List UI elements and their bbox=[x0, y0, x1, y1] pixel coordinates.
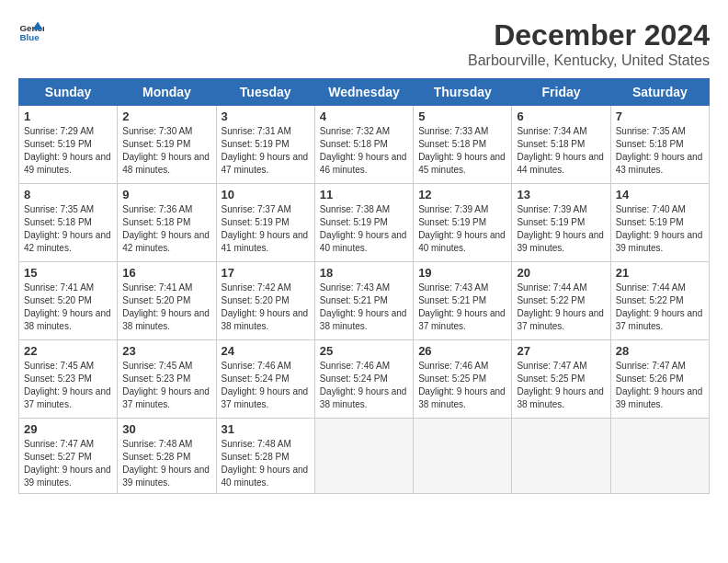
svg-text:Blue: Blue bbox=[19, 32, 40, 42]
day-info: Sunrise: 7:35 AMSunset: 5:18 PMDaylight:… bbox=[24, 203, 112, 255]
day-info: Sunrise: 7:37 AMSunset: 5:19 PMDaylight:… bbox=[222, 203, 310, 255]
calendar-week-row: 29Sunrise: 7:47 AMSunset: 5:27 PMDayligh… bbox=[19, 419, 710, 494]
calendar-week-row: 15Sunrise: 7:41 AMSunset: 5:20 PMDayligh… bbox=[19, 262, 710, 340]
day-number: 15 bbox=[24, 266, 112, 280]
calendar-day: 1Sunrise: 7:29 AMSunset: 5:19 PMDaylight… bbox=[19, 106, 118, 184]
calendar-day: 7Sunrise: 7:35 AMSunset: 5:18 PMDaylight… bbox=[610, 106, 709, 184]
day-info: Sunrise: 7:48 AMSunset: 5:28 PMDaylight:… bbox=[122, 438, 210, 489]
day-number: 27 bbox=[517, 344, 605, 358]
day-info: Sunrise: 7:45 AMSunset: 5:23 PMDaylight:… bbox=[24, 360, 112, 411]
calendar-day bbox=[512, 419, 610, 494]
calendar-day bbox=[414, 419, 512, 494]
day-info: Sunrise: 7:46 AMSunset: 5:24 PMDaylight:… bbox=[320, 360, 408, 411]
day-number: 30 bbox=[122, 422, 210, 436]
day-info: Sunrise: 7:29 AMSunset: 5:19 PMDaylight:… bbox=[24, 125, 112, 177]
day-info: Sunrise: 7:47 AMSunset: 5:27 PMDaylight:… bbox=[24, 438, 112, 489]
calendar-day bbox=[314, 419, 413, 494]
day-number: 20 bbox=[517, 266, 605, 280]
calendar-header-thursday: Thursday bbox=[414, 79, 512, 106]
day-info: Sunrise: 7:35 AMSunset: 5:18 PMDaylight:… bbox=[616, 125, 704, 177]
calendar-day: 23Sunrise: 7:45 AMSunset: 5:23 PMDayligh… bbox=[118, 340, 216, 419]
day-number: 2 bbox=[122, 109, 210, 123]
calendar-day: 3Sunrise: 7:31 AMSunset: 5:19 PMDaylight… bbox=[216, 106, 314, 184]
day-info: Sunrise: 7:43 AMSunset: 5:21 PMDaylight:… bbox=[418, 282, 506, 333]
calendar-day: 18Sunrise: 7:43 AMSunset: 5:21 PMDayligh… bbox=[314, 262, 413, 340]
calendar-day: 26Sunrise: 7:46 AMSunset: 5:25 PMDayligh… bbox=[414, 340, 512, 419]
day-number: 24 bbox=[222, 344, 310, 358]
day-info: Sunrise: 7:47 AMSunset: 5:26 PMDaylight:… bbox=[616, 360, 704, 411]
day-number: 28 bbox=[616, 344, 704, 358]
day-info: Sunrise: 7:44 AMSunset: 5:22 PMDaylight:… bbox=[517, 282, 605, 333]
calendar-day: 16Sunrise: 7:41 AMSunset: 5:20 PMDayligh… bbox=[118, 262, 216, 340]
day-info: Sunrise: 7:33 AMSunset: 5:18 PMDaylight:… bbox=[418, 125, 506, 177]
calendar-header-tuesday: Tuesday bbox=[216, 79, 314, 106]
calendar-day: 22Sunrise: 7:45 AMSunset: 5:23 PMDayligh… bbox=[19, 340, 118, 419]
day-info: Sunrise: 7:48 AMSunset: 5:28 PMDaylight:… bbox=[222, 438, 310, 489]
day-number: 18 bbox=[320, 266, 408, 280]
calendar-day bbox=[610, 419, 709, 494]
logo: General Blue bbox=[18, 18, 44, 44]
day-number: 26 bbox=[418, 344, 506, 358]
day-number: 22 bbox=[24, 344, 112, 358]
day-number: 21 bbox=[616, 266, 704, 280]
day-number: 5 bbox=[418, 109, 506, 123]
calendar-header-wednesday: Wednesday bbox=[314, 79, 413, 106]
title-area: December 2024 Barbourville, Kentucky, Un… bbox=[468, 18, 710, 69]
calendar-day: 25Sunrise: 7:46 AMSunset: 5:24 PMDayligh… bbox=[314, 340, 413, 419]
calendar-day: 11Sunrise: 7:38 AMSunset: 5:19 PMDayligh… bbox=[314, 184, 413, 262]
day-number: 23 bbox=[122, 344, 210, 358]
calendar-header-friday: Friday bbox=[512, 79, 610, 106]
calendar-day: 24Sunrise: 7:46 AMSunset: 5:24 PMDayligh… bbox=[216, 340, 314, 419]
calendar-day: 30Sunrise: 7:48 AMSunset: 5:28 PMDayligh… bbox=[118, 419, 216, 494]
day-number: 8 bbox=[24, 188, 112, 201]
day-number: 10 bbox=[222, 188, 310, 201]
calendar-day: 8Sunrise: 7:35 AMSunset: 5:18 PMDaylight… bbox=[19, 184, 118, 262]
calendar-header-monday: Monday bbox=[118, 79, 216, 106]
calendar-day: 28Sunrise: 7:47 AMSunset: 5:26 PMDayligh… bbox=[610, 340, 709, 419]
day-info: Sunrise: 7:34 AMSunset: 5:18 PMDaylight:… bbox=[517, 125, 605, 177]
day-info: Sunrise: 7:30 AMSunset: 5:19 PMDaylight:… bbox=[122, 125, 210, 177]
calendar-week-row: 1Sunrise: 7:29 AMSunset: 5:19 PMDaylight… bbox=[19, 106, 710, 184]
calendar-day: 10Sunrise: 7:37 AMSunset: 5:19 PMDayligh… bbox=[216, 184, 314, 262]
day-info: Sunrise: 7:42 AMSunset: 5:20 PMDaylight:… bbox=[222, 282, 310, 333]
day-number: 14 bbox=[616, 188, 704, 201]
day-number: 31 bbox=[222, 422, 310, 436]
calendar-day: 20Sunrise: 7:44 AMSunset: 5:22 PMDayligh… bbox=[512, 262, 610, 340]
day-number: 29 bbox=[24, 422, 112, 436]
day-info: Sunrise: 7:44 AMSunset: 5:22 PMDaylight:… bbox=[616, 282, 704, 333]
day-info: Sunrise: 7:39 AMSunset: 5:19 PMDaylight:… bbox=[517, 203, 605, 255]
calendar-day: 2Sunrise: 7:30 AMSunset: 5:19 PMDaylight… bbox=[118, 106, 216, 184]
main-title: December 2024 bbox=[468, 18, 710, 52]
calendar-header-sunday: Sunday bbox=[19, 79, 118, 106]
day-info: Sunrise: 7:38 AMSunset: 5:19 PMDaylight:… bbox=[320, 203, 408, 255]
day-number: 6 bbox=[517, 109, 605, 123]
day-info: Sunrise: 7:36 AMSunset: 5:18 PMDaylight:… bbox=[122, 203, 210, 255]
day-info: Sunrise: 7:46 AMSunset: 5:24 PMDaylight:… bbox=[222, 360, 310, 411]
day-info: Sunrise: 7:46 AMSunset: 5:25 PMDaylight:… bbox=[418, 360, 506, 411]
day-info: Sunrise: 7:47 AMSunset: 5:25 PMDaylight:… bbox=[517, 360, 605, 411]
day-number: 16 bbox=[122, 266, 210, 280]
calendar-day: 14Sunrise: 7:40 AMSunset: 5:19 PMDayligh… bbox=[610, 184, 709, 262]
calendar-day: 21Sunrise: 7:44 AMSunset: 5:22 PMDayligh… bbox=[610, 262, 709, 340]
day-info: Sunrise: 7:39 AMSunset: 5:19 PMDaylight:… bbox=[418, 203, 506, 255]
day-number: 12 bbox=[418, 188, 506, 201]
day-number: 3 bbox=[222, 109, 310, 123]
logo-icon: General Blue bbox=[18, 18, 44, 44]
calendar-table: SundayMondayTuesdayWednesdayThursdayFrid… bbox=[18, 78, 710, 494]
calendar-day: 4Sunrise: 7:32 AMSunset: 5:18 PMDaylight… bbox=[314, 106, 413, 184]
day-number: 9 bbox=[122, 188, 210, 201]
calendar-day: 6Sunrise: 7:34 AMSunset: 5:18 PMDaylight… bbox=[512, 106, 610, 184]
day-number: 25 bbox=[320, 344, 408, 358]
calendar-day: 9Sunrise: 7:36 AMSunset: 5:18 PMDaylight… bbox=[118, 184, 216, 262]
calendar-day: 13Sunrise: 7:39 AMSunset: 5:19 PMDayligh… bbox=[512, 184, 610, 262]
calendar-day: 5Sunrise: 7:33 AMSunset: 5:18 PMDaylight… bbox=[414, 106, 512, 184]
calendar-day: 31Sunrise: 7:48 AMSunset: 5:28 PMDayligh… bbox=[216, 419, 314, 494]
calendar-header-row: SundayMondayTuesdayWednesdayThursdayFrid… bbox=[19, 79, 710, 106]
day-number: 4 bbox=[320, 109, 408, 123]
subtitle: Barbourville, Kentucky, United States bbox=[468, 52, 710, 69]
day-number: 1 bbox=[24, 109, 112, 123]
day-number: 7 bbox=[616, 109, 704, 123]
calendar-day: 12Sunrise: 7:39 AMSunset: 5:19 PMDayligh… bbox=[414, 184, 512, 262]
day-number: 19 bbox=[418, 266, 506, 280]
calendar-header-saturday: Saturday bbox=[610, 79, 709, 106]
